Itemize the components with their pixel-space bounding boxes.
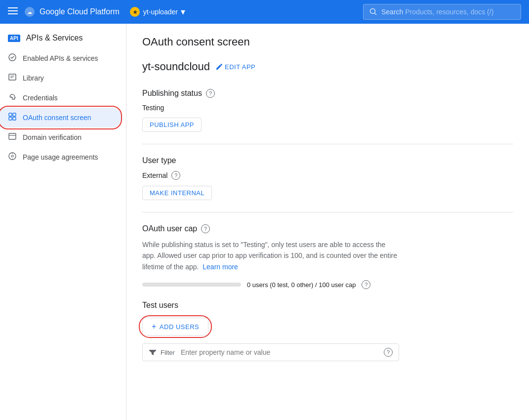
logo-text: Google Cloud Platform [40, 7, 120, 16]
test-users-section: Test users + ADD USERS Filter ? [142, 301, 513, 361]
publish-app-button[interactable]: PUBLISH APP [142, 118, 202, 132]
project-chevron-icon: ▾ [181, 6, 185, 17]
add-users-label: ADD USERS [160, 323, 199, 331]
menu-icon[interactable] [8, 6, 18, 18]
publishing-status-help-icon[interactable]: ? [206, 89, 215, 98]
search-label: Search [381, 8, 403, 16]
search-bar[interactable]: Search Products, resources, docs (/) [363, 4, 521, 20]
svg-rect-2 [8, 13, 18, 14]
svg-rect-10 [9, 74, 16, 80]
svg-rect-18 [9, 133, 16, 139]
sidebar-item-library[interactable]: Library [0, 68, 122, 88]
main-content: OAuth consent screen yt-soundcloud EDIT … [126, 24, 529, 420]
user-type-title: User type [142, 156, 513, 165]
svg-point-13 [11, 96, 12, 97]
app-logo: ☁ Google Cloud Platform [24, 6, 120, 18]
external-row: External ? [142, 171, 513, 180]
search-placeholder: Products, resources, docs (/) [405, 8, 493, 16]
oauth-consent-icon [8, 112, 17, 124]
oauth-cap-help-icon[interactable]: ? [201, 224, 210, 233]
divider-2 [142, 212, 513, 212]
oauth-cap-description: While publishing status is set to "Testi… [142, 239, 399, 272]
enabled-apis-icon [8, 53, 17, 64]
edit-app-link[interactable]: EDIT APP [216, 63, 255, 71]
page-usage-icon [8, 152, 17, 163]
api-icon: API [8, 35, 20, 42]
progress-bar-background [142, 283, 241, 287]
svg-text:☁: ☁ [27, 9, 32, 15]
topbar: ☁ Google Cloud Platform ★ yt-uploader ▾ … [0, 0, 529, 24]
filter-input[interactable] [181, 348, 380, 356]
sidebar-item-label: Credentials [23, 94, 58, 102]
svg-rect-0 [8, 7, 18, 8]
sidebar-item-domain-verification[interactable]: Domain verification [0, 127, 122, 147]
svg-rect-15 [13, 113, 16, 116]
svg-point-7 [370, 9, 375, 14]
progress-row: 0 users (0 test, 0 other) / 100 user cap… [142, 280, 513, 289]
test-users-title: Test users [142, 301, 513, 310]
project-selector[interactable]: ★ yt-uploader ▾ [129, 6, 185, 17]
external-help-icon[interactable]: ? [171, 171, 180, 180]
svg-rect-14 [9, 113, 12, 116]
sidebar-header: API APIs & Services [0, 28, 126, 48]
sidebar-item-page-usage[interactable]: Page usage agreements [0, 147, 122, 167]
edit-app-label: EDIT APP [225, 63, 255, 71]
add-icon: + [152, 322, 157, 331]
library-icon [8, 73, 17, 84]
sidebar-item-label: OAuth consent screen [23, 114, 91, 122]
sidebar-header-label: APIs & Services [26, 34, 83, 42]
domain-verification-icon [8, 132, 17, 143]
svg-rect-1 [8, 10, 18, 11]
progress-help-icon[interactable]: ? [362, 280, 370, 289]
publishing-status-value: Testing [142, 104, 513, 112]
svg-text:★: ★ [132, 9, 137, 15]
divider-1 [142, 144, 513, 144]
oauth-cap-title: OAuth user cap ? [142, 224, 513, 233]
svg-line-8 [375, 13, 377, 15]
sidebar-item-enabled-apis[interactable]: Enabled APIs & services [0, 48, 122, 68]
learn-more-link[interactable]: Learn more [203, 263, 238, 271]
svg-rect-17 [13, 117, 16, 120]
credentials-icon [8, 92, 17, 104]
app-name: yt-soundcloud [142, 60, 210, 73]
sidebar-item-oauth-consent[interactable]: OAuth consent screen [0, 108, 122, 127]
publishing-status-section: Publishing status ? Testing PUBLISH APP [142, 89, 513, 132]
sidebar-item-credentials[interactable]: Credentials [0, 88, 122, 108]
sidebar-item-label: Page usage agreements [23, 153, 98, 161]
sidebar-item-label: Enabled APIs & services [23, 54, 98, 62]
filter-icon [149, 348, 157, 356]
make-internal-button[interactable]: MAKE INTERNAL [142, 186, 212, 200]
external-label: External [142, 171, 167, 179]
progress-label: 0 users (0 test, 0 other) / 100 user cap [247, 281, 356, 289]
filter-label: Filter [161, 349, 175, 356]
sidebar: API APIs & Services Enabled APIs & servi… [0, 24, 126, 420]
svg-point-21 [11, 155, 13, 157]
oauth-cap-section: OAuth user cap ? While publishing status… [142, 224, 513, 289]
project-name: yt-uploader [143, 8, 178, 16]
svg-rect-16 [9, 117, 12, 120]
publishing-status-title: Publishing status ? [142, 89, 513, 98]
svg-point-20 [9, 153, 16, 160]
filter-help-icon[interactable]: ? [384, 348, 393, 357]
page-title: OAuth consent screen [142, 36, 513, 48]
user-type-section: User type External ? MAKE INTERNAL [142, 156, 513, 200]
sidebar-item-label: Domain verification [23, 133, 81, 141]
add-users-button[interactable]: + ADD USERS [142, 318, 208, 336]
app-name-row: yt-soundcloud EDIT APP [142, 60, 513, 73]
filter-row: Filter ? [142, 343, 399, 361]
sidebar-item-label: Library [23, 74, 44, 82]
